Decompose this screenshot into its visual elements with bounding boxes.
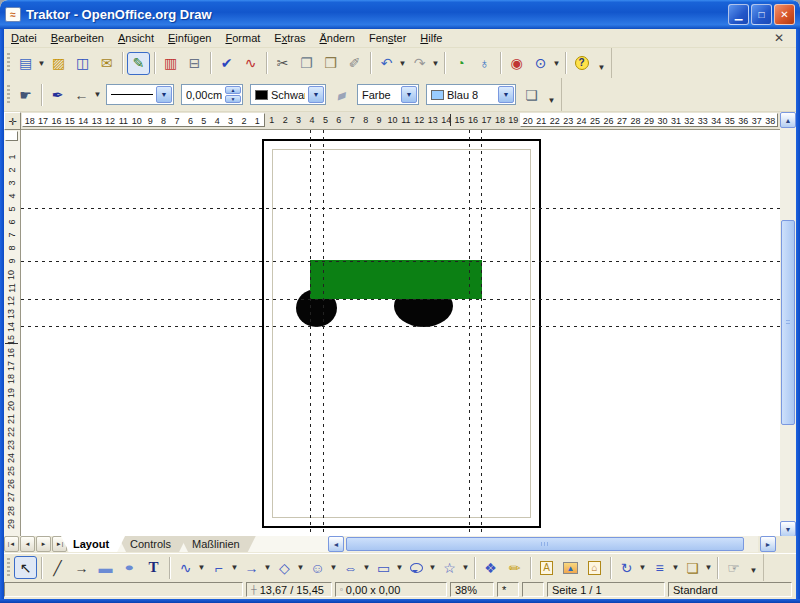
curve-icon[interactable]: ∿ — [174, 556, 197, 579]
redo-dropdown[interactable]: ▼ — [431, 59, 440, 68]
redo-icon[interactable]: ↷ — [408, 52, 431, 75]
line-dialog-icon[interactable]: ✒ — [46, 83, 69, 106]
block-arrows-icon[interactable]: ⇔ — [339, 556, 362, 579]
rectangle-icon[interactable]: ▬ — [94, 556, 117, 579]
menu-hilfe[interactable]: Hilfe — [413, 30, 449, 46]
line-width-input-spin-buttons[interactable]: ▲▼ — [225, 86, 241, 103]
undo-dropdown[interactable]: ▼ — [398, 59, 407, 68]
page[interactable] — [262, 139, 541, 528]
zoom-icon[interactable]: ⊙ — [529, 52, 552, 75]
export-pdf-icon[interactable]: ▥ — [159, 52, 182, 75]
menu-ansicht[interactable]: Ansicht — [111, 30, 161, 46]
menu-fenster[interactable]: Fenster — [362, 30, 413, 46]
scroll-down-button[interactable]: ▼ — [780, 521, 796, 537]
guide-vertical-1[interactable] — [310, 130, 311, 536]
menu-extras[interactable]: Extras — [267, 30, 312, 46]
ellipse-icon[interactable]: ● — [118, 556, 141, 579]
edit-file-icon[interactable]: ✎ — [127, 52, 150, 75]
title-bar[interactable]: ≈ Traktor - OpenOffice.org Draw ▁□✕ — [0, 0, 800, 29]
status-zoom[interactable]: 38% — [450, 582, 494, 597]
rotate-dropdown[interactable]: ▼ — [638, 563, 647, 572]
toolbar-overflow-button[interactable]: ▼ — [748, 561, 759, 579]
new-document-dropdown[interactable]: ▼ — [37, 59, 46, 68]
zoom-dropdown[interactable]: ▼ — [552, 59, 561, 68]
save-icon[interactable]: ◫ — [71, 52, 94, 75]
basic-shapes-dropdown[interactable]: ▼ — [296, 563, 305, 572]
drawing-canvas[interactable] — [21, 130, 780, 536]
lines-arrows-dropdown[interactable]: ▼ — [263, 563, 272, 572]
fill-type-select-dropdown-button[interactable]: ▼ — [401, 86, 417, 103]
open-folder-icon[interactable]: ▨ — [47, 52, 70, 75]
scroll-up-button[interactable]: ▲ — [780, 112, 796, 128]
line-color-select[interactable]: Schwarz▼ — [250, 84, 326, 105]
menu-format[interactable]: Format — [218, 30, 267, 46]
connector-dropdown[interactable]: ▼ — [230, 563, 239, 572]
line-width-input[interactable]: 0,00cm▲▼ — [181, 84, 243, 105]
navigator-icon[interactable]: ◉ — [505, 52, 528, 75]
pointer-page-icon[interactable]: ☛ — [14, 83, 37, 106]
select-icon[interactable]: ↖ — [14, 556, 37, 579]
curve-dropdown[interactable]: ▼ — [197, 563, 206, 572]
basic-shapes-icon[interactable]: ◇ — [273, 556, 296, 579]
gallery-icon[interactable]: ⌂ — [583, 556, 606, 579]
ruler-origin-button[interactable]: ✛ — [4, 112, 21, 130]
cut-icon[interactable]: ✂ — [271, 52, 294, 75]
menu-aendern[interactable]: Ändern — [313, 30, 362, 46]
minimize-button[interactable]: ▁ — [728, 4, 749, 25]
guide-horizontal-2[interactable] — [21, 261, 780, 262]
undo-icon[interactable]: ↶ — [375, 52, 398, 75]
auto-spellcheck-icon[interactable]: ∿ — [239, 52, 262, 75]
line-style-select-dropdown-button[interactable]: ▼ — [156, 86, 172, 103]
tab-prev-button[interactable]: ◄ — [20, 536, 35, 552]
alignment-icon[interactable]: ≡ — [648, 556, 671, 579]
callout-icon[interactable] — [405, 556, 428, 579]
tab-next-button[interactable]: ► — [36, 536, 51, 552]
text-icon[interactable]: T — [142, 556, 165, 579]
paste-icon[interactable]: ❒ — [319, 52, 342, 75]
layer-tab-layout[interactable]: Layout — [61, 536, 125, 552]
vertical-ruler[interactable]: 1234567891011121314151617181920212223242… — [4, 130, 21, 536]
print-icon[interactable]: ⊟ — [183, 52, 206, 75]
toolbar-overflow-button[interactable]: ▼ — [546, 91, 557, 109]
scroll-left-button[interactable]: ◄ — [328, 536, 344, 552]
fill-color-select-dropdown-button[interactable]: ▼ — [498, 86, 514, 103]
hyperlink-icon[interactable]: ♁ — [473, 52, 496, 75]
document-close-button[interactable]: ✕ — [770, 31, 788, 45]
line-style-select[interactable]: ▼ — [106, 84, 174, 105]
line-width-input-up[interactable]: ▲ — [225, 86, 241, 94]
horizontal-scroll-track[interactable] — [344, 536, 758, 552]
guide-vertical-3[interactable] — [469, 130, 470, 536]
rotate-icon[interactable]: ↻ — [615, 556, 638, 579]
symbol-shapes-icon[interactable]: ☺ — [306, 556, 329, 579]
layer-tab-maßlinien[interactable]: Maßlinien — [180, 536, 256, 552]
glue-points-icon[interactable]: ✏ — [503, 556, 526, 579]
guide-vertical-2[interactable] — [323, 130, 324, 536]
fill-can-icon[interactable]: ▰ — [330, 83, 353, 106]
vertical-scrollbar[interactable]: ▲▼ — [780, 112, 796, 537]
layer-tab-controls[interactable]: Controls — [118, 536, 187, 552]
edit-points-icon[interactable]: ❖ — [479, 556, 502, 579]
guide-vertical-4[interactable] — [481, 130, 482, 536]
status-page[interactable]: Seite 1 / 1 — [547, 582, 665, 597]
fill-color-select[interactable]: Blau 8▼ — [426, 84, 516, 105]
guide-horizontal-4[interactable] — [21, 326, 780, 327]
fill-type-select[interactable]: Farbe▼ — [357, 84, 419, 105]
guide-horizontal-1[interactable] — [21, 208, 780, 209]
scroll-right-button[interactable]: ► — [760, 536, 776, 552]
image-icon[interactable]: ▲ — [559, 556, 582, 579]
block-arrows-dropdown[interactable]: ▼ — [362, 563, 371, 572]
status-position[interactable]: ┼13,67 / 15,45 — [246, 582, 332, 597]
help-icon[interactable]: ? — [570, 52, 593, 75]
symbol-shapes-dropdown[interactable]: ▼ — [329, 563, 338, 572]
chart-icon[interactable]: ◔ — [449, 52, 472, 75]
connector-icon[interactable]: ⌐ — [207, 556, 230, 579]
shadow-icon[interactable]: ❏ — [520, 83, 543, 106]
new-document-icon[interactable]: ▤ — [14, 52, 37, 75]
status-modified[interactable]: * — [497, 582, 519, 597]
line-color-select-dropdown-button[interactable]: ▼ — [308, 86, 324, 103]
vertical-scroll-thumb[interactable] — [781, 220, 795, 425]
format-paintbrush-icon[interactable]: ✐ — [343, 52, 366, 75]
callout-dropdown[interactable]: ▼ — [428, 563, 437, 572]
line-icon[interactable]: ╱ — [46, 556, 69, 579]
tab-first-button[interactable]: |◄ — [4, 536, 19, 552]
